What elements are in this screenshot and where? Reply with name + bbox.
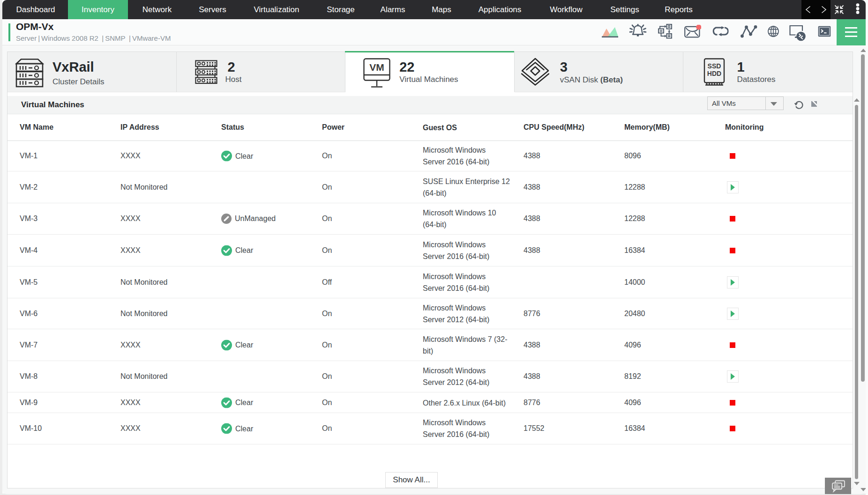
svg-text:SSD: SSD (708, 62, 721, 70)
svg-text:HDD: HDD (707, 70, 721, 77)
svg-text:VM: VM (369, 62, 384, 73)
